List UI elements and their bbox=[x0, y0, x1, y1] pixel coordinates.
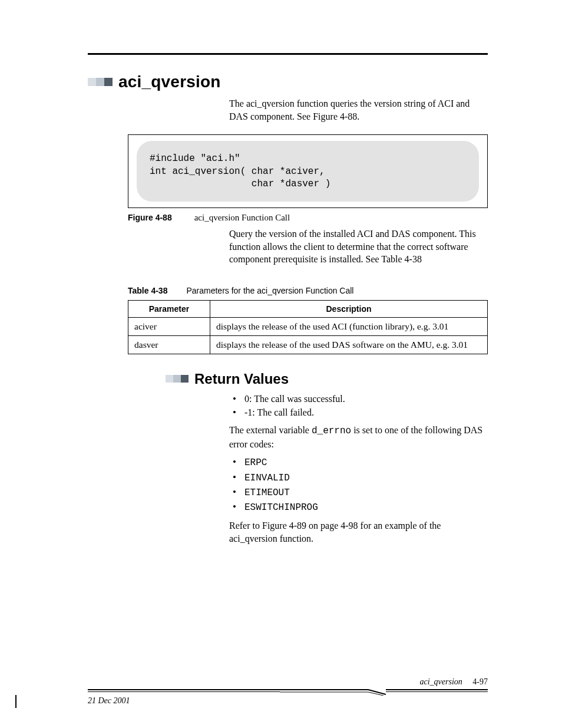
change-bar-icon bbox=[15, 695, 16, 708]
code-figure-box: #include "aci.h" int aci_qversion( char … bbox=[128, 134, 488, 208]
heading-1: aci_qversion bbox=[118, 73, 221, 91]
table-header-parameter: Parameter bbox=[128, 300, 210, 317]
heading-2-row: Return Values bbox=[166, 371, 488, 387]
desc-cell: displays the release of the used ACI (fu… bbox=[210, 317, 488, 335]
param-cell: aciver bbox=[128, 317, 210, 335]
list-item: 0: The call was successful. bbox=[229, 392, 488, 406]
heading-bullet-icon bbox=[166, 375, 189, 383]
errno-paragraph: The external variable d_errno is set to … bbox=[229, 424, 488, 450]
desc-cell: displays the release of the used DAS sof… bbox=[210, 335, 488, 354]
footer-arrow-icon bbox=[280, 689, 386, 696]
parameters-table: Parameter Description aciver displays th… bbox=[128, 300, 488, 354]
figure-title: aci_qversion Function Call bbox=[194, 213, 290, 222]
list-item: -1: The call failed. bbox=[229, 406, 488, 419]
param-cell: dasver bbox=[128, 335, 210, 354]
errno-var: d_errno bbox=[312, 426, 351, 436]
table-row: aciver displays the release of the used … bbox=[128, 317, 488, 335]
list-item: ERPC bbox=[229, 455, 488, 470]
heading-1-row: aci_qversion bbox=[88, 73, 488, 91]
heading-2: Return Values bbox=[194, 371, 289, 387]
return-values-list: 0: The call was successful. -1: The call… bbox=[229, 392, 488, 419]
errno-pre: The external variable bbox=[229, 425, 312, 435]
footer-rule bbox=[88, 689, 488, 695]
post-figure-paragraph: Query the version of the installed ACI a… bbox=[229, 228, 488, 266]
error-codes-list: ERPC EINVALID ETIMEOUT ESWITCHINPROG bbox=[229, 455, 488, 515]
footer-section: aci_qversion bbox=[420, 677, 462, 686]
page: aci_qversion The aci_qversion function q… bbox=[0, 0, 562, 728]
code-block: #include "aci.h" int aci_qversion( char … bbox=[137, 141, 479, 202]
see-also-paragraph: Refer to Figure 4-89 on page 4-98 for an… bbox=[229, 519, 488, 545]
list-item: ETIMEOUT bbox=[229, 485, 488, 500]
intro-paragraph: The aci_qversion function queries the ve… bbox=[229, 97, 488, 123]
footer-page-number: 4-97 bbox=[472, 677, 488, 686]
table-label: Table 4-38 bbox=[128, 286, 167, 295]
top-rule bbox=[88, 53, 488, 55]
table-header-description: Description bbox=[210, 300, 488, 317]
figure-caption: Figure 4-88aci_qversion Function Call bbox=[128, 213, 488, 223]
table-caption: Table 4-38Parameters for the aci_qversio… bbox=[128, 286, 488, 295]
table-header-row: Parameter Description bbox=[128, 300, 488, 317]
footer-date: 21 Dec 2001 bbox=[88, 696, 488, 706]
figure-label: Figure 4-88 bbox=[128, 213, 172, 222]
list-item: EINVALID bbox=[229, 470, 488, 485]
table-title: Parameters for the aci_qversion Function… bbox=[186, 286, 353, 295]
list-item: ESWITCHINPROG bbox=[229, 500, 488, 515]
page-footer: aci_qversion 4-97 21 Dec 2001 bbox=[88, 677, 488, 706]
heading-bullet-icon bbox=[88, 78, 113, 86]
table-row: dasver displays the release of the used … bbox=[128, 335, 488, 354]
footer-right: aci_qversion 4-97 bbox=[88, 677, 488, 687]
